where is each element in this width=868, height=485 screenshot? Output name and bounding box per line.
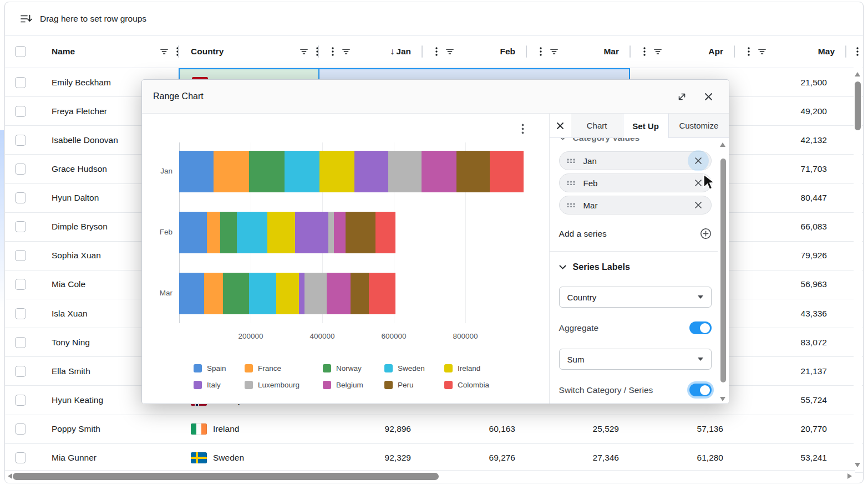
bar-segment-colombia[interactable]: [369, 273, 395, 314]
legend-item-sweden[interactable]: Sweden: [384, 364, 425, 372]
row-checkbox[interactable]: [15, 221, 26, 232]
bar-segment-peru[interactable]: [456, 151, 490, 192]
column-header-may[interactable]: May: [734, 35, 846, 68]
bar-segment-luxembourg[interactable]: [328, 212, 333, 253]
remove-pill-icon[interactable]: [693, 155, 704, 166]
bar-segment-colombia[interactable]: [490, 151, 523, 192]
jan-cell[interactable]: 92,896: [318, 415, 422, 443]
apr-cell[interactable]: 61,280: [630, 444, 734, 472]
drag-handle-icon[interactable]: [567, 159, 575, 163]
may-cell[interactable]: 53,241: [734, 444, 846, 472]
chart-menu-icon[interactable]: [521, 124, 524, 134]
name-cell[interactable]: Mia Gunner: [36, 444, 179, 472]
category-values-section-header[interactable]: Category Values: [550, 138, 718, 143]
row-checkbox[interactable]: [15, 279, 26, 290]
may-cell[interactable]: 20,770: [734, 415, 846, 443]
legend-item-belgium[interactable]: Belgium: [323, 381, 363, 389]
vertical-scrollbar-thumb[interactable]: [855, 81, 861, 130]
bar-segment-belgium[interactable]: [422, 151, 456, 192]
legend-item-italy[interactable]: Italy: [194, 381, 221, 389]
bar-segment-norway[interactable]: [249, 151, 285, 192]
country-cell[interactable]: Ireland: [179, 415, 318, 443]
column-header-country[interactable]: Country: [179, 35, 318, 68]
bar-segment-spain[interactable]: [179, 151, 214, 192]
row-checkbox[interactable]: [15, 366, 26, 377]
filter-icon[interactable]: [550, 48, 559, 55]
add-series-plus-icon[interactable]: [700, 228, 712, 239]
column-header-apr[interactable]: Apr: [630, 35, 734, 68]
category-value-pill-mar[interactable]: Mar: [559, 196, 712, 215]
legend-item-france[interactable]: France: [245, 364, 281, 372]
filter-icon[interactable]: [342, 48, 351, 55]
apr-cell[interactable]: 57,136: [630, 415, 734, 443]
column-header-jan[interactable]: ↓Jan: [318, 35, 422, 68]
row-group-drop-panel[interactable]: Drag here to set row groups: [5, 2, 863, 35]
row-checkbox[interactable]: [15, 395, 26, 406]
column-menu-icon[interactable]: [540, 47, 542, 56]
bar-segment-spain[interactable]: [179, 212, 207, 253]
tab-customize[interactable]: Customize: [669, 114, 729, 138]
column-menu-icon[interactable]: [748, 47, 750, 56]
drag-handle-icon[interactable]: [567, 203, 575, 207]
vertical-scrollbar[interactable]: [854, 67, 862, 472]
column-header-mar[interactable]: Mar: [526, 35, 630, 68]
filter-icon[interactable]: [445, 48, 454, 55]
category-value-pill-jan[interactable]: Jan: [559, 151, 712, 170]
bar-segment-peru[interactable]: [346, 212, 375, 253]
may-cell[interactable]: 42,132: [734, 126, 846, 154]
panel-scrollbar[interactable]: [719, 140, 728, 402]
filter-icon[interactable]: [160, 48, 169, 55]
scroll-left-arrow[interactable]: [8, 473, 12, 479]
column-menu-icon[interactable]: [332, 47, 334, 56]
row-checkbox[interactable]: [15, 250, 26, 261]
may-cell[interactable]: 83,072: [734, 328, 846, 356]
panel-scroll-up-arrow[interactable]: [720, 142, 725, 147]
mar-cell[interactable]: 25,529: [526, 415, 630, 443]
column-menu-icon[interactable]: [435, 47, 438, 56]
row-checkbox[interactable]: [15, 337, 26, 348]
may-cell[interactable]: 80,447: [734, 184, 846, 212]
legend-item-spain[interactable]: Spain: [194, 364, 226, 372]
legend-item-colombia[interactable]: Colombia: [444, 381, 489, 389]
bar-segment-italy[interactable]: [354, 151, 388, 192]
filter-icon[interactable]: [300, 48, 308, 55]
aggregate-toggle[interactable]: [689, 321, 712, 334]
remove-pill-icon[interactable]: [693, 200, 704, 211]
series-labels-section-header[interactable]: Series Labels: [550, 262, 718, 272]
row-checkbox[interactable]: [15, 135, 26, 146]
may-cell[interactable]: 21,500: [734, 68, 846, 96]
bar-segment-norway[interactable]: [220, 212, 237, 253]
bar-segment-italy[interactable]: [295, 212, 328, 253]
bar-segment-italy[interactable]: [299, 273, 304, 314]
row-checkbox[interactable]: [15, 423, 26, 435]
aggregate-function-select[interactable]: Sum: [559, 349, 712, 370]
may-cell[interactable]: 79,926: [734, 242, 846, 270]
add-series-row[interactable]: Add a series: [559, 228, 712, 239]
bar-segment-ireland[interactable]: [267, 212, 295, 253]
bar-segment-luxembourg[interactable]: [304, 273, 327, 314]
switch-category-series-toggle[interactable]: [689, 384, 712, 396]
feb-cell[interactable]: 60,163: [422, 415, 526, 443]
select-all-checkbox[interactable]: [15, 46, 26, 57]
row-checkbox[interactable]: [15, 452, 26, 463]
bar-segment-spain[interactable]: [179, 273, 204, 314]
may-cell[interactable]: 66,083: [734, 213, 846, 241]
drag-handle-icon[interactable]: [567, 181, 575, 185]
bar-segment-sweden[interactable]: [285, 151, 319, 192]
legend-item-peru[interactable]: Peru: [384, 381, 414, 389]
may-cell[interactable]: 43,336: [734, 299, 846, 328]
legend-item-luxembourg[interactable]: Luxembourg: [245, 381, 300, 389]
row-checkbox[interactable]: [15, 192, 26, 203]
mar-cell[interactable]: 27,346: [526, 444, 630, 472]
row-checkbox[interactable]: [15, 164, 26, 175]
horizontal-scrollbar-thumb[interactable]: [13, 473, 439, 480]
bar-segment-sweden[interactable]: [249, 273, 276, 314]
country-cell[interactable]: Sweden: [179, 444, 318, 472]
panel-scrollbar-thumb[interactable]: [720, 159, 726, 382]
bar-segment-france[interactable]: [204, 273, 223, 314]
bar-segment-colombia[interactable]: [375, 212, 395, 253]
column-header-feb[interactable]: Feb: [422, 35, 526, 68]
maximize-icon[interactable]: [672, 87, 691, 106]
jan-cell[interactable]: 92,329: [318, 444, 422, 472]
panel-close-icon[interactable]: [550, 114, 571, 138]
